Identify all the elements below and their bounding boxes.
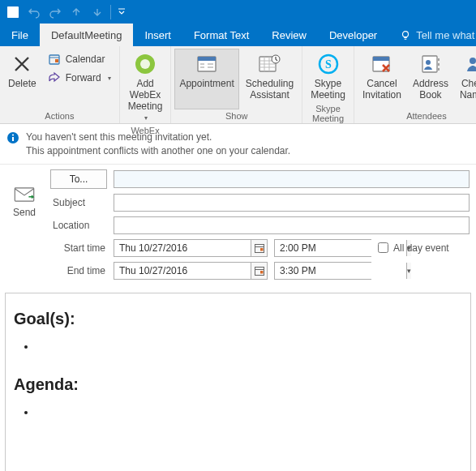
qat-customize-icon[interactable] xyxy=(114,7,129,17)
skype-label-2: Meeting xyxy=(311,90,345,101)
group-show: Appointment Scheduling Assistant Show xyxy=(171,46,302,123)
agenda-heading: Agenda: xyxy=(14,375,462,394)
tab-format-text[interactable]: Format Text xyxy=(182,24,260,46)
goals-heading: Goal(s): xyxy=(14,310,462,328)
svg-point-18 xyxy=(426,60,431,65)
group-actions: Delete Calendar Forward ▾ Actions xyxy=(0,46,120,123)
svg-point-8 xyxy=(140,59,150,69)
start-date-field[interactable] xyxy=(114,239,268,257)
subject-label: Subject xyxy=(50,197,107,208)
svg-rect-25 xyxy=(260,248,264,251)
quick-access-toolbar xyxy=(0,0,476,24)
end-time-field[interactable]: ▾ xyxy=(274,262,371,280)
group-webex: Add WebEx Meeting ▾ WebEx xyxy=(120,46,172,123)
check-names-icon xyxy=(462,51,476,77)
cancel-label-2: Invitation xyxy=(362,90,401,101)
forward-label: Forward xyxy=(66,72,101,83)
subject-field[interactable] xyxy=(114,194,470,212)
forward-icon xyxy=(48,71,61,84)
add-webex-button[interactable]: Add WebEx Meeting ▾ xyxy=(123,49,168,124)
location-field[interactable] xyxy=(114,216,470,234)
end-time-input[interactable] xyxy=(275,263,406,279)
location-label: Location xyxy=(50,220,107,231)
svg-point-4 xyxy=(403,32,409,37)
send-button[interactable]: Send xyxy=(5,180,44,225)
chevron-down-icon: ▾ xyxy=(108,75,111,82)
send-label: Send xyxy=(13,207,36,218)
webex-label-2: Meeting xyxy=(128,101,163,112)
tab-insert[interactable]: Insert xyxy=(133,24,182,46)
chevron-down-icon: ▾ xyxy=(144,114,148,122)
tell-me[interactable]: Tell me what you xyxy=(388,24,476,46)
start-time-field[interactable]: ▾ xyxy=(274,239,371,257)
prev-item-icon[interactable] xyxy=(66,2,86,22)
appointment-label: Appointment xyxy=(179,79,234,90)
redo-icon[interactable] xyxy=(45,2,65,22)
ribbon-tabs: File DefaultMeeting Insert Format Text R… xyxy=(0,24,476,46)
to-button[interactable]: To... xyxy=(50,169,107,189)
appointment-icon xyxy=(194,51,220,77)
end-date-field[interactable] xyxy=(114,262,268,280)
list-item xyxy=(36,340,462,353)
info-line-2: This appointment conflicts with another … xyxy=(26,144,290,158)
svg-rect-6 xyxy=(55,59,58,62)
calendar-icon xyxy=(48,53,61,66)
start-time-label: Start time xyxy=(50,242,107,254)
delete-label: Delete xyxy=(8,79,36,90)
address-book-icon xyxy=(418,51,444,77)
ribbon: Delete Calendar Forward ▾ Actions xyxy=(0,46,476,124)
svg-rect-27 xyxy=(260,271,264,274)
envelope-icon xyxy=(14,187,35,202)
all-day-input[interactable] xyxy=(378,242,388,253)
tell-me-label: Tell me what you xyxy=(416,29,476,41)
check-names-button[interactable]: Check Names xyxy=(455,49,476,109)
chk-label-2: Names xyxy=(460,90,476,101)
body-editor[interactable]: Goal(s): Agenda: xyxy=(5,293,471,471)
svg-text:S: S xyxy=(325,58,332,71)
ab-label-2: Book xyxy=(419,90,441,101)
info-bar: You haven't sent this meeting invitation… xyxy=(0,124,476,164)
delete-icon xyxy=(9,51,35,77)
delete-button[interactable]: Delete xyxy=(3,49,41,109)
start-date-input[interactable] xyxy=(114,240,251,256)
calendar-picker-icon[interactable] xyxy=(251,263,267,279)
next-item-icon[interactable] xyxy=(88,2,107,22)
tab-review[interactable]: Review xyxy=(260,24,318,46)
tab-developer[interactable]: Developer xyxy=(318,24,388,46)
address-book-button[interactable]: Address Book xyxy=(408,49,453,109)
skype-label-1: Skype xyxy=(315,79,341,90)
scheduling-icon xyxy=(256,51,282,77)
save-icon[interactable] xyxy=(3,2,23,22)
list-item xyxy=(36,405,462,418)
all-day-checkbox[interactable]: All day event xyxy=(378,242,470,254)
webex-icon xyxy=(132,51,158,77)
chk-label-1: Check xyxy=(461,79,476,90)
group-skype-label: Skype Meeting xyxy=(302,102,354,126)
all-day-label: All day event xyxy=(393,242,449,254)
undo-icon[interactable] xyxy=(24,2,44,22)
svg-point-19 xyxy=(470,58,476,64)
calendar-button[interactable]: Calendar xyxy=(43,50,116,68)
tab-file[interactable]: File xyxy=(0,24,40,46)
skype-meeting-button[interactable]: S Skype Meeting xyxy=(306,49,350,102)
end-date-input[interactable] xyxy=(114,263,251,279)
cancel-invitation-icon xyxy=(369,51,395,77)
separator xyxy=(110,5,111,19)
appointment-button[interactable]: Appointment xyxy=(174,49,238,109)
info-line-1: You haven't sent this meeting invitation… xyxy=(26,131,290,144)
calendar-picker-icon[interactable] xyxy=(251,240,267,256)
cancel-invitation-button[interactable]: Cancel Invitation xyxy=(358,49,406,109)
forward-button[interactable]: Forward ▾ xyxy=(43,69,116,87)
skype-icon: S xyxy=(315,51,341,77)
group-attendees: Cancel Invitation Address Book Check Nam… xyxy=(354,46,476,123)
group-show-label: Show xyxy=(171,109,302,123)
to-field[interactable] xyxy=(114,170,470,188)
scheduling-button[interactable]: Scheduling Assistant xyxy=(241,49,298,109)
info-icon xyxy=(6,131,19,144)
lightbulb-icon xyxy=(400,29,411,41)
end-time-label: End time xyxy=(50,265,107,276)
webex-label-1: Add WebEx xyxy=(128,79,163,101)
agenda-list xyxy=(36,405,462,418)
tab-defaultmeeting[interactable]: DefaultMeeting xyxy=(40,24,133,46)
chevron-down-icon[interactable]: ▾ xyxy=(406,263,411,279)
